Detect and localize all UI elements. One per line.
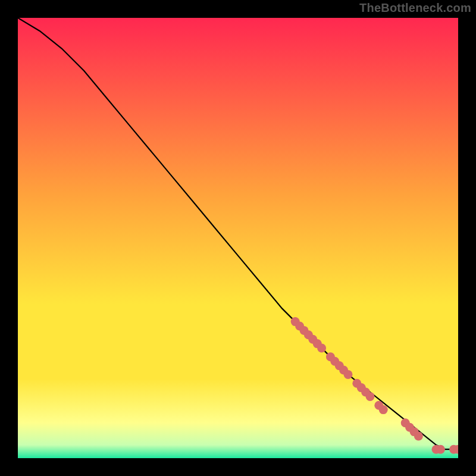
plot-area [18, 18, 458, 458]
data-dot [366, 392, 375, 401]
data-dot [317, 344, 326, 353]
plot-svg [18, 18, 458, 458]
data-dot [436, 445, 445, 454]
data-dot [414, 432, 423, 441]
data-dot [344, 370, 353, 379]
watermark-text: TheBottleneck.com [359, 1, 471, 15]
gradient-background [18, 18, 458, 458]
data-dot [379, 405, 388, 414]
chart-container: TheBottleneck.com [0, 0, 476, 476]
